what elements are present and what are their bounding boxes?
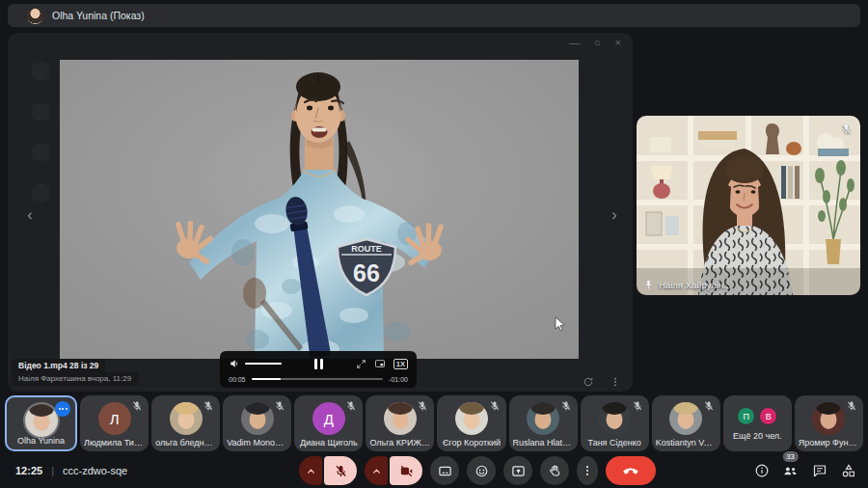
tile-more-options-button[interactable] (55, 401, 70, 417)
window-close-icon[interactable]: × (615, 37, 621, 48)
overflow-count-label: Ещё 20 чел. (727, 431, 788, 441)
meeting-details-button[interactable] (749, 458, 773, 483)
presenter-avatar (27, 8, 43, 24)
avatar (241, 402, 274, 435)
media-title: Відео 1.mp4 28 із 29 (12, 359, 105, 372)
volume-slider[interactable] (245, 363, 282, 365)
overflow-avatar-initial: В (760, 408, 776, 424)
seek-bar[interactable] (252, 378, 384, 380)
participant-tile[interactable]: Яромир Фунду... (795, 395, 863, 451)
participant-tile-self[interactable]: Olha Yunina (5, 395, 77, 451)
participant-name: Диана Щиголь (298, 438, 359, 447)
overflow-avatar-initial: П (738, 408, 754, 424)
camera-off-button[interactable] (390, 456, 422, 485)
pinned-participant-name: Наіля Хайрулін... (659, 280, 731, 290)
camera-control-group (365, 456, 422, 485)
background-thumbnail (31, 102, 50, 122)
meeting-code: ccc-zdwo-sqe (63, 465, 127, 476)
media-next-button[interactable]: › (604, 203, 625, 228)
camera-options-chevron[interactable] (365, 456, 388, 485)
picture-in-picture-icon[interactable] (374, 358, 386, 369)
avatar-initial: Д (324, 411, 334, 427)
elapsed-time: 00:05 (229, 376, 246, 383)
participant-tile[interactable]: Ruslana Hlatke... (509, 395, 578, 451)
avatar (170, 402, 203, 435)
captions-button[interactable] (430, 456, 459, 485)
participant-name: Kostiantyn Vale... (656, 438, 717, 447)
fullscreen-icon[interactable] (356, 359, 366, 369)
screen-share-stage: — ○ × ‹ › (8, 33, 633, 392)
media-subtitle: Наіля Фархетшина вчора, 11:29 (12, 372, 138, 386)
mic-control-group (299, 456, 357, 485)
mic-off-icon (417, 400, 428, 412)
mic-off-icon (632, 400, 643, 412)
avatar: Д (312, 402, 345, 435)
reactions-button[interactable] (467, 456, 496, 485)
avatar-initial: Л (110, 411, 120, 427)
shared-window-controls: — ○ × (569, 37, 621, 48)
mic-options-chevron[interactable] (299, 456, 322, 485)
present-screen-button[interactable] (503, 456, 532, 485)
presenting-banner: Olha Yunina (Показ) (8, 4, 860, 27)
mic-muted-button[interactable] (324, 456, 357, 485)
pinned-participant-tile[interactable]: Наіля Хайрулін... (637, 116, 860, 295)
mic-off-icon (703, 400, 715, 412)
activities-button[interactable] (836, 458, 860, 483)
volume-icon[interactable] (229, 358, 240, 369)
avatar (527, 402, 559, 435)
participant-name: ольга бледнова (155, 438, 216, 447)
participant-tile[interactable]: ольга бледнова (151, 395, 220, 451)
meeting-info: 12:25 | ccc-zdwo-sqe (15, 453, 127, 488)
participant-tile-overflow[interactable]: П В Ещё 20 чел. (723, 395, 792, 451)
mic-off-icon (560, 400, 572, 412)
more-options-button[interactable] (577, 456, 598, 485)
call-controls (299, 456, 656, 485)
meeting-panels: 33 (749, 453, 860, 488)
leave-call-button[interactable] (606, 456, 656, 485)
performer-illustration: ROUTE 66 (60, 60, 579, 359)
avatar (455, 402, 488, 435)
participant-tile[interactable]: Vadim Monoga... (223, 395, 291, 451)
avatar: Л (98, 402, 131, 435)
participants-button[interactable]: 33 (778, 458, 802, 483)
svg-text:66: 66 (353, 259, 380, 286)
avatar (812, 402, 845, 435)
stage-corner-actions (583, 376, 621, 388)
media-prev-button[interactable]: ‹ (19, 203, 41, 228)
pause-button[interactable] (314, 359, 323, 369)
divider: | (51, 465, 54, 476)
participant-tile[interactable]: Таня Сіденко (581, 395, 649, 451)
more-options-icon[interactable] (610, 376, 621, 388)
pinned-participant-nameplate: Наіля Хайрулін... (643, 280, 731, 290)
participant-tile[interactable]: Єгор Короткий (437, 395, 505, 451)
playback-speed[interactable]: 1X (393, 359, 408, 369)
background-thumbnail (31, 183, 50, 203)
window-minimize-icon[interactable]: — (569, 37, 580, 48)
meeting-control-bar: 12:25 | ccc-zdwo-sqe 33 (0, 453, 868, 488)
avatar (384, 402, 417, 435)
participant-tile[interactable]: Kostiantyn Vale... (652, 395, 720, 451)
avatar (25, 404, 58, 437)
shared-video-content: ROUTE 66 (60, 60, 579, 359)
mic-off-icon (203, 400, 214, 412)
window-circle-icon[interactable]: ○ (594, 37, 601, 48)
avatar (669, 402, 702, 435)
participant-name: Ольга КРИЖА... (369, 438, 430, 447)
avatar (598, 402, 631, 435)
chat-button[interactable] (807, 458, 831, 483)
participant-tile[interactable]: Д Диана Щиголь (294, 395, 363, 451)
background-thumbnail (31, 143, 50, 162)
svg-text:ROUTE: ROUTE (351, 244, 382, 254)
clock: 12:25 (15, 465, 42, 476)
participant-tile[interactable]: Л Людмила Тиша... (80, 395, 149, 451)
mouse-cursor (555, 316, 566, 332)
participants-count-badge: 33 (782, 451, 798, 462)
participant-tile[interactable]: Ольга КРИЖА... (366, 395, 434, 451)
raise-hand-button[interactable] (540, 456, 569, 485)
participant-name: Таня Сіденко (584, 438, 645, 447)
mic-off-icon (131, 400, 143, 412)
rotate-icon[interactable] (583, 376, 594, 388)
remaining-time: -01:00 (389, 376, 408, 383)
pinned-participant-video (637, 116, 860, 295)
pin-icon (643, 280, 654, 290)
